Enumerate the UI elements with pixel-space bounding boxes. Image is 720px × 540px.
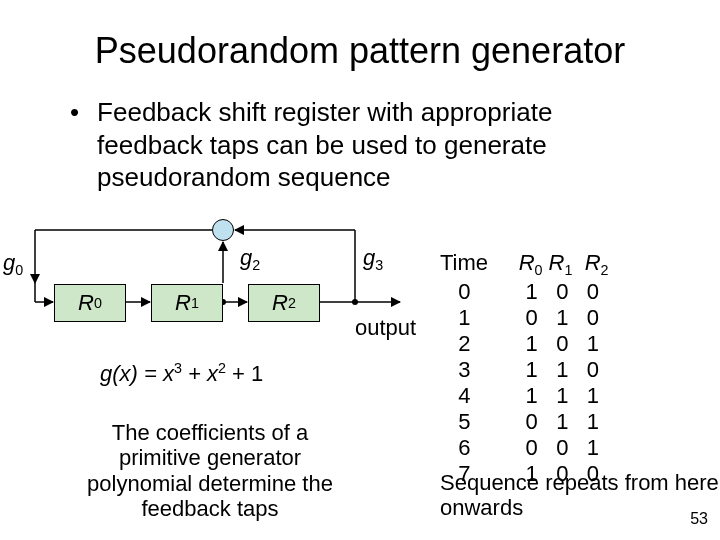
table-row: 3 1 1 0 — [440, 357, 609, 383]
register-r1: R1 — [151, 284, 223, 322]
register-r2: R2 — [248, 284, 320, 322]
bullet-text: Feedback shift register with appropriate… — [97, 96, 650, 194]
xor-node — [212, 219, 234, 241]
tap-label-g0: g0 — [3, 250, 23, 278]
table-row: 4 1 1 1 — [440, 383, 609, 409]
bullet-item: • Feedback shift register with appropria… — [70, 96, 650, 194]
state-table: Time R0 R1 R2 0 1 0 0 1 0 1 0 2 1 0 1 3 … — [440, 250, 609, 487]
bullet-dot: • — [70, 96, 79, 194]
repeat-note: Sequence repeats from here onwards — [440, 470, 720, 521]
page-number: 53 — [690, 510, 708, 528]
table-row: 0 1 0 0 — [440, 279, 609, 305]
page-title: Pseudorandom pattern generator — [40, 30, 680, 72]
table-row: 5 0 1 1 — [440, 409, 609, 435]
table-row: 2 1 0 1 — [440, 331, 609, 357]
output-label: output — [355, 315, 416, 341]
register-r0: R0 — [54, 284, 126, 322]
tap-label-g3: g3 — [363, 245, 383, 273]
table-row: 6 0 0 1 — [440, 435, 609, 461]
lfsr-diagram: R0 R1 R2 g0 g2 g3 output — [5, 220, 405, 420]
caption-text: The coefficients of a primitive generato… — [75, 420, 345, 521]
table-header: Time R0 R1 R2 — [440, 250, 609, 279]
generator-polynomial: g(x) = x3 + x2 + 1 — [100, 360, 263, 387]
slide: Pseudorandom pattern generator • Feedbac… — [0, 0, 720, 540]
tap-label-g2: g2 — [240, 245, 260, 273]
table-row: 1 0 1 0 — [440, 305, 609, 331]
